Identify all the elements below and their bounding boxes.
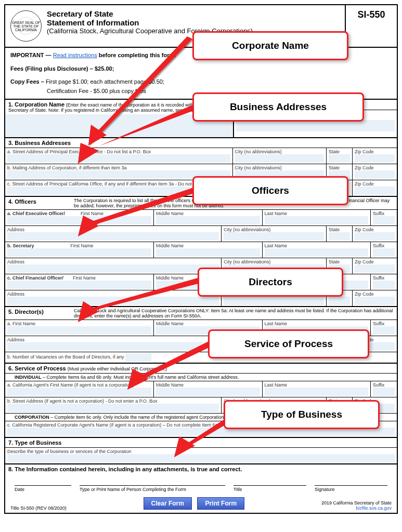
corp-agent-label: c. California Registered Corporate Agent…: [7, 422, 229, 428]
clear-form-button[interactable]: Clear Form: [144, 497, 192, 510]
secy-state-label: State: [329, 259, 340, 264]
ceo-suf-label: Suffix: [373, 211, 384, 216]
fees-label: Fees (Filing plus Disclosure) – $25.00;: [10, 65, 114, 72]
ceo-first-label: First Name: [81, 211, 103, 216]
agent-mid[interactable]: [156, 388, 260, 396]
cfo-first-label: First Name: [73, 275, 96, 281]
secy-zip-label: Zip Code: [355, 259, 374, 264]
dir-suf-label: Suffix: [373, 321, 384, 326]
ceo-last[interactable]: [265, 216, 368, 224]
cfo-zip[interactable]: [355, 297, 395, 305]
sec6-sub: (Must provide either Individual OR Corpo…: [68, 366, 167, 371]
cfo-suf[interactable]: [373, 281, 395, 289]
dir-addr[interactable]: [7, 342, 219, 351]
ceo-state[interactable]: [329, 232, 350, 241]
agent-last-label: Last Name: [265, 382, 288, 388]
ceo-first[interactable]: [7, 216, 151, 224]
secy-first[interactable]: [7, 248, 151, 257]
cfo-addr[interactable]: [7, 297, 219, 305]
sec3a-state[interactable]: [329, 154, 350, 163]
sec7-heading: 7. Type of Business: [5, 438, 397, 448]
secy-addr-label: Address: [7, 259, 24, 264]
sec6-heading: 6. Service of Process (Must provide eith…: [5, 364, 397, 374]
secy-zip[interactable]: [355, 264, 395, 273]
ceo-city-label: City (no abbreviations): [224, 227, 270, 232]
important-label: IMPORTANT —: [10, 52, 51, 58]
dir-mid-label: Middle Name: [156, 321, 184, 326]
secy-addr[interactable]: [7, 264, 219, 273]
agent-first[interactable]: [7, 388, 151, 396]
secy-last[interactable]: [265, 248, 368, 257]
biz-desc-label: Describe the type of business or service…: [7, 449, 132, 454]
secy-city-label: City (no abbreviations): [224, 259, 270, 264]
copyright: 2019 California Secretary of State: [321, 500, 392, 506]
important-post: before completing this form.: [99, 52, 176, 58]
callout-corporate-name: Corporate Name: [192, 31, 348, 60]
dir-first[interactable]: [7, 326, 151, 335]
corporation-text: – Complete Item 6c only. Only include th…: [50, 415, 225, 420]
state-seal-icon: GREAT SEAL OF THE STATE OF CALIFORNIA: [10, 10, 42, 42]
cfo-state[interactable]: [329, 297, 350, 305]
agent-addr[interactable]: [7, 404, 219, 412]
cfo-addr-label: Address: [7, 291, 24, 297]
ceo-suf[interactable]: [373, 216, 395, 224]
dir-addr-label: Address: [7, 337, 24, 342]
individual-label: INDIVIDUAL: [15, 375, 42, 380]
dir-suf[interactable]: [373, 326, 395, 335]
sec3a-zip[interactable]: [355, 154, 395, 163]
secy-mid-label: Middle Name: [156, 243, 184, 248]
agent-mid-label: Middle Name: [156, 382, 184, 388]
ceo-city[interactable]: [224, 232, 324, 241]
secy-last-label: Last Name: [265, 243, 288, 248]
ceo-zip[interactable]: [355, 232, 395, 241]
sec3c-label: c. Street Address of Principal Californi…: [7, 181, 222, 187]
ceo-mid-label: Middle Name: [156, 211, 184, 216]
date-field[interactable]: Date: [15, 485, 71, 492]
print-form-button[interactable]: Print Form: [197, 497, 244, 510]
ceo-mid[interactable]: [156, 216, 260, 224]
cfo-suf-label: Suffix: [373, 275, 384, 281]
biz-desc-field[interactable]: [7, 454, 395, 462]
file-number-field[interactable]: [236, 120, 395, 131]
title-field[interactable]: Title: [234, 485, 306, 492]
sec3a-city[interactable]: [235, 154, 324, 163]
vacancies-field[interactable]: [125, 353, 151, 362]
sec5-heading: 5. Director(s): [5, 307, 73, 320]
cfo-mid-label: Middle Name: [156, 275, 184, 281]
ceo-last-label: Last Name: [265, 211, 288, 216]
form-si-550: GREAT SEAL OF THE STATE OF CALIFORNIA Se…: [4, 4, 398, 514]
sec3c-zip-label: Zip Code: [355, 181, 374, 187]
sec1-heading: 1. Corporation Name: [8, 101, 64, 108]
agent-suf[interactable]: [373, 388, 395, 396]
copy-fees-text: First page $1.00; each attachment page $…: [46, 78, 164, 85]
ceo-addr-label: Address: [7, 227, 24, 232]
cfo-zip-label: Zip Code: [355, 291, 374, 297]
cfo-first[interactable]: [7, 281, 151, 289]
ceo-state-label: State: [329, 227, 340, 232]
ceo-zip-label: Zip Code: [355, 227, 374, 232]
sec3b-city-label: City (no abbreviations): [235, 165, 282, 170]
form-code: SI-550: [345, 5, 397, 47]
sec3a-state-label: State: [329, 149, 340, 154]
individual-text: – Complete Items 6a and 6b only. Must in…: [43, 375, 239, 380]
sec3c-zip[interactable]: [355, 187, 395, 195]
sec3b-state-label: State: [329, 165, 340, 170]
secy-mid[interactable]: [156, 248, 260, 257]
signature-field[interactable]: Signature: [315, 485, 387, 492]
dir-first-label: a. First Name: [7, 321, 35, 326]
agent-suf-label: Suffix: [373, 382, 384, 388]
completer-name-field[interactable]: Type or Print Name of Person Completing …: [80, 485, 225, 492]
sec3b-label: b. Mailing Address of Corporation, if di…: [7, 165, 126, 170]
sec3a-street[interactable]: [7, 154, 230, 163]
sec3a-zip-label: Zip Code: [355, 149, 374, 154]
ceo-addr[interactable]: [7, 232, 219, 241]
dir-last-label: Last Name: [265, 321, 288, 326]
sec5-note: California Stock and Agricultural Cooper…: [73, 307, 397, 320]
agent-last[interactable]: [265, 388, 368, 396]
read-instructions-link[interactable]: Read instructions: [53, 52, 97, 58]
cfo-city[interactable]: [224, 297, 324, 305]
secy-suf-label: Suffix: [373, 243, 384, 248]
sec3a-label: a. Street Address of Principal Executive…: [7, 149, 151, 154]
sec3b-zip[interactable]: [355, 170, 395, 179]
secy-suf[interactable]: [373, 248, 395, 257]
